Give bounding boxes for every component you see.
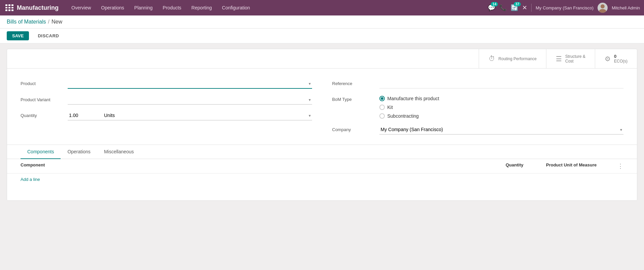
list-icon: ☰ (556, 55, 562, 63)
col-component: Component (21, 162, 506, 170)
bom-type-label: BoM Type (332, 94, 376, 102)
form-body: Product ▾ Product Variant ▾ (7, 69, 637, 145)
activity-icon[interactable]: 🔄 37 (511, 4, 518, 11)
company-label: Company (332, 125, 376, 132)
form-right: Reference BoM Type Manufacture this prod… (332, 79, 624, 134)
clock-icon: ⏱ (488, 55, 495, 63)
bom-type-kit-label: Kit (387, 105, 393, 110)
unit-select[interactable]: Units (101, 111, 312, 120)
unit-select-wrap: Units ▾ (101, 111, 312, 120)
company-select[interactable]: My Company (San Francisco) (379, 125, 624, 134)
product-variant-label: Product Variant (21, 95, 64, 102)
nav-configuration[interactable]: Configuration (217, 0, 255, 15)
routing-performance-stat[interactable]: ⏱ Routing Performance (479, 49, 546, 68)
reference-row: Reference (332, 79, 624, 88)
breadcrumb-parent[interactable]: Bills of Materials (7, 19, 46, 25)
structure-cost-stat[interactable]: ☰ Structure &Cost (546, 49, 595, 68)
bom-type-manufacture-label: Manufacture this product (387, 96, 439, 101)
card-stats: ⏱ Routing Performance ☰ Structure &Cost … (7, 49, 637, 69)
app-brand: Manufacturing (17, 4, 59, 11)
product-label: Product (21, 79, 64, 86)
apps-menu-icon[interactable] (4, 3, 13, 12)
ecos-stat[interactable]: ⚙ 0 ECO(s) (595, 49, 637, 68)
quantity-row: Quantity Units ▾ (21, 111, 312, 120)
svg-point-1 (599, 9, 606, 13)
table-header: Component Quantity Product Unit of Measu… (7, 159, 637, 173)
reference-label: Reference (332, 79, 376, 86)
quantity-field-wrap: Units ▾ (68, 111, 312, 120)
action-bar: SAVE DISCARD (0, 29, 644, 43)
quantity-label: Quantity (21, 111, 64, 118)
company-name: My Company (San Francisco) (536, 5, 594, 10)
table-column-menu-icon[interactable]: ⋮ (613, 162, 623, 170)
product-variant-select[interactable] (68, 95, 312, 105)
tab-list: Components Operations Miscellaneous (7, 145, 637, 159)
company-row: Company My Company (San Francisco) ▾ (332, 125, 624, 134)
product-input[interactable] (68, 79, 312, 89)
activity-badge: 37 (514, 2, 521, 6)
radio-subcontracting-circle (379, 113, 385, 119)
bom-type-group: Manufacture this product Kit Subcontract… (379, 94, 624, 119)
col-unit-of-measure: Product Unit of Measure (546, 162, 613, 170)
gear-icon: ⚙ (605, 55, 611, 63)
discard-button[interactable]: DISCARD (32, 31, 64, 40)
top-navigation: Manufacturing Overview Operations Planni… (0, 0, 644, 15)
nav-products[interactable]: Products (158, 0, 186, 15)
form-left: Product ▾ Product Variant ▾ (21, 79, 312, 134)
nav-divider (531, 4, 532, 12)
nav-planning[interactable]: Planning (130, 0, 158, 15)
radio-manufacture-circle (379, 96, 385, 101)
page-content: ⏱ Routing Performance ☰ Structure &Cost … (0, 43, 644, 206)
form-card: ⏱ Routing Performance ☰ Structure &Cost … (7, 49, 637, 201)
ecos-content: 0 ECO(s) (614, 54, 628, 64)
breadcrumb-current: New (52, 19, 62, 25)
table-section: Component Quantity Product Unit of Measu… (7, 159, 637, 200)
username: Mitchell Admin (612, 5, 640, 10)
bom-type-kit[interactable]: Kit (379, 105, 624, 110)
close-icon[interactable]: ✕ (522, 4, 527, 11)
nav-operations[interactable]: Operations (96, 0, 129, 15)
product-variant-row: Product Variant ▾ (21, 95, 312, 105)
tab-miscellaneous[interactable]: Miscellaneous (97, 145, 141, 159)
tab-components[interactable]: Components (21, 145, 61, 159)
save-button[interactable]: SAVE (7, 31, 29, 40)
company-field-wrap: My Company (San Francisco) ▾ (379, 125, 624, 134)
product-variant-field-wrap: ▾ (68, 95, 312, 105)
reference-field-wrap (379, 79, 624, 88)
radio-kit-circle (379, 105, 385, 110)
phone-icon[interactable]: 📞 (499, 4, 507, 11)
bom-type-row: BoM Type Manufacture this product Kit (332, 94, 624, 119)
table-body: Add a line (7, 173, 637, 200)
main-menu: Overview Operations Planning Products Re… (67, 0, 488, 15)
structure-cost-label: Structure &Cost (565, 54, 585, 64)
breadcrumb-separator: / (48, 19, 49, 25)
routing-performance-label: Routing Performance (499, 56, 537, 61)
bom-type-subcontracting-label: Subcontracting (387, 113, 419, 119)
messages-icon[interactable]: 💬 14 (488, 4, 495, 11)
bom-type-subcontracting[interactable]: Subcontracting (379, 113, 624, 119)
product-row: Product ▾ (21, 79, 312, 89)
svg-point-0 (601, 4, 605, 8)
add-line-button[interactable]: Add a line (21, 173, 40, 185)
quantity-input[interactable] (68, 111, 101, 120)
messages-badge: 14 (491, 2, 498, 6)
tab-operations[interactable]: Operations (61, 145, 97, 159)
avatar[interactable] (598, 3, 608, 13)
product-field-wrap: ▾ (68, 79, 312, 89)
breadcrumb: Bills of Materials / New (0, 15, 644, 29)
reference-input[interactable] (379, 79, 624, 88)
topnav-right: 💬 14 📞 🔄 37 ✕ My Company (San Francisco)… (488, 3, 640, 13)
nav-reporting[interactable]: Reporting (187, 0, 217, 15)
bom-type-manufacture[interactable]: Manufacture this product (379, 96, 624, 101)
tabs-section: Components Operations Miscellaneous Comp… (7, 145, 637, 200)
nav-overview[interactable]: Overview (67, 0, 96, 15)
col-quantity: Quantity (506, 162, 546, 170)
